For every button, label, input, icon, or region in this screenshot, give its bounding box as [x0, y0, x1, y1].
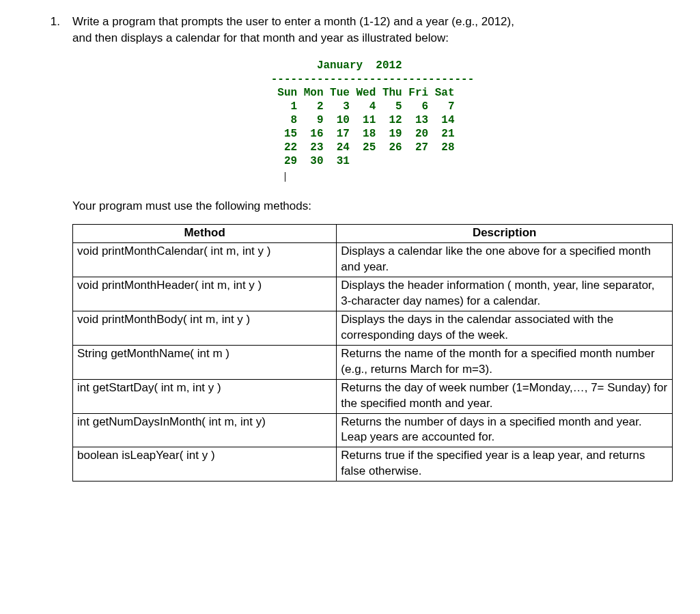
method-cell: int getStartDay( int m, int y ): [73, 379, 337, 413]
calendar-output: January 2012 ---------------------------…: [271, 59, 475, 182]
col-header-method: Method: [73, 225, 337, 243]
question-body: Write a program that prompts the user to…: [72, 14, 673, 482]
calendar-row-4: 29 30 31: [271, 155, 350, 167]
method-cell: int getNumDaysInMonth( int m, int y): [73, 413, 337, 447]
method-cell: String getMonthName( int m ): [73, 345, 337, 379]
table-row: boolean isLeapYear( int y ) Returns true…: [73, 447, 673, 482]
method-cell: void printMonthBody( int m, int y ): [73, 311, 337, 345]
calendar-row-0: 1 2 3 4 5 6 7: [271, 100, 455, 113]
table-row: int getStartDay( int m, int y ) Returns …: [73, 379, 673, 413]
calendar-day-header: Sun Mon Tue Wed Thu Fri Sat: [271, 87, 455, 99]
question-number: 1.: [27, 14, 72, 482]
col-header-description: Description: [337, 225, 673, 243]
desc-cell: Displays the days in the calendar associ…: [337, 311, 673, 345]
table-row: void printMonthCalendar( int m, int y ) …: [73, 243, 673, 277]
calendar-row-2: 15 16 17 18 19 20 21: [271, 128, 455, 140]
desc-cell: Returns the name of the month for a spec…: [337, 345, 673, 379]
question-block: 1. Write a program that prompts the user…: [27, 14, 673, 482]
method-cell: void printMonthHeader( int m, int y ): [73, 277, 337, 311]
desc-cell: Returns the number of days in a specifie…: [337, 413, 673, 447]
desc-cell: Returns the day of week number (1=Monday…: [337, 379, 673, 413]
prompt-text: Write a program that prompts the user to…: [72, 14, 673, 46]
table-row: int getNumDaysInMonth( int m, int y) Ret…: [73, 413, 673, 447]
calendar-illustration: January 2012 ---------------------------…: [72, 59, 673, 182]
desc-cell: Displays the header information ( month,…: [337, 277, 673, 311]
calendar-rule: -------------------------------: [271, 73, 475, 85]
table-header-row: Method Description: [73, 225, 673, 243]
subprompt: Your program must use the following meth…: [72, 198, 673, 214]
calendar-row-1: 8 9 10 11 12 13 14: [271, 114, 455, 126]
methods-table: Method Description void printMonthCalend…: [72, 224, 673, 482]
table-row: String getMonthName( int m ) Returns the…: [73, 345, 673, 379]
table-row: void printMonthHeader( int m, int y ) Di…: [73, 277, 673, 311]
prompt-line-1: Write a program that prompts the user to…: [72, 15, 514, 28]
table-row: void printMonthBody( int m, int y ) Disp…: [73, 311, 673, 345]
desc-cell: Displays a calendar like the one above f…: [337, 243, 673, 277]
prompt-line-2: and then displays a calendar for that mo…: [72, 31, 449, 44]
desc-cell: Returns true if the specified year is a …: [337, 447, 673, 482]
text-cursor: [285, 172, 285, 182]
calendar-title: January 2012: [271, 59, 402, 72]
calendar-row-3: 22 23 24 25 26 27 28: [271, 141, 455, 154]
method-cell: void printMonthCalendar( int m, int y ): [73, 243, 337, 277]
method-cell: boolean isLeapYear( int y ): [73, 447, 337, 482]
